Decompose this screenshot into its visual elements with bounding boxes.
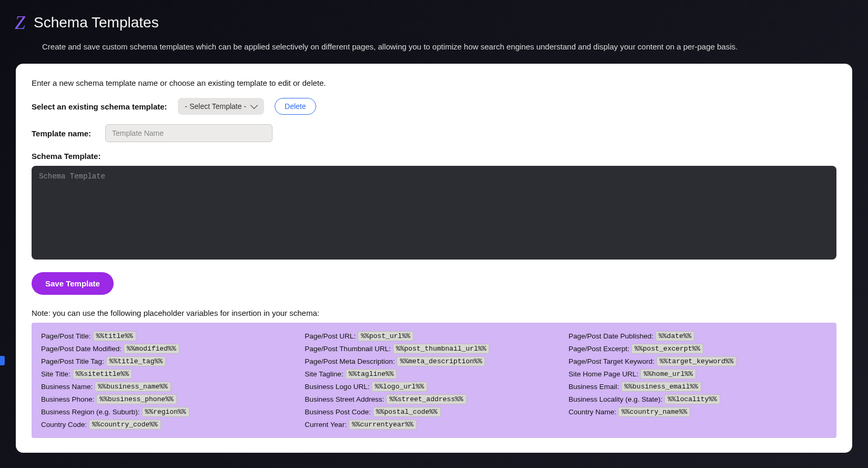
- placeholder-item: Business Email: %%business_email%%: [569, 382, 827, 392]
- placeholder-label: Page/Post Target Keyword:: [569, 357, 654, 365]
- placeholder-code[interactable]: %%locality%%: [664, 394, 720, 404]
- placeholder-item: Country Code: %%country_code%%: [41, 420, 299, 430]
- select-template-row: Select an existing schema template: - Se…: [32, 98, 836, 115]
- chevron-down-icon: [250, 102, 258, 109]
- delete-button[interactable]: Delete: [275, 98, 316, 115]
- page-subtitle: Create and save custom schema templates …: [0, 39, 868, 62]
- placeholder-code[interactable]: %%currentyear%%: [349, 420, 417, 430]
- placeholder-label: Business Street Address:: [305, 395, 384, 403]
- placeholder-item: Site Tagline: %%tagline%%: [305, 369, 563, 379]
- placeholder-code[interactable]: %%post_url%%: [358, 331, 413, 341]
- placeholder-code[interactable]: %%post_thumbnail_url%%: [393, 344, 490, 354]
- placeholder-code[interactable]: %%meta_description%%: [397, 356, 485, 366]
- placeholder-item: Business Name: %%business_name%%: [41, 382, 299, 392]
- instruction-text: Enter a new schema template name or choo…: [32, 78, 836, 87]
- placeholder-item: Business Region (e.g. Suburb): %%region%…: [41, 407, 299, 417]
- placeholder-code[interactable]: %%country_name%%: [618, 407, 690, 417]
- placeholder-item: Business Logo URL: %%logo_url%%: [305, 382, 563, 392]
- placeholder-label: Business Name:: [41, 383, 93, 391]
- placeholder-note: Note: you can use the following placehol…: [32, 308, 836, 317]
- save-template-button[interactable]: Save Template: [32, 272, 114, 295]
- placeholder-variables-panel: Page/Post Title: %%title%%Page/Post URL:…: [32, 323, 836, 438]
- placeholder-label: Page/Post Meta Description:: [305, 357, 395, 365]
- placeholder-label: Current Year:: [305, 421, 347, 429]
- placeholder-label: Page/Post Title Tag:: [41, 357, 104, 365]
- template-name-row: Template name:: [32, 124, 836, 142]
- placeholder-code[interactable]: %%business_phone%%: [96, 394, 176, 404]
- placeholder-code[interactable]: %%title%%: [93, 331, 136, 341]
- placeholder-code[interactable]: %%tagline%%: [346, 369, 397, 379]
- placeholder-item: Page/Post Date Modified: %%modified%%: [41, 344, 299, 354]
- placeholder-label: Country Name:: [569, 408, 617, 416]
- placeholder-label: Page/Post Thumbnail URL:: [305, 345, 390, 353]
- placeholder-code[interactable]: %%country_code%%: [89, 420, 161, 430]
- schema-template-label: Schema Template:: [32, 152, 836, 161]
- placeholder-item: Site Home Page URL: %%home_url%%: [569, 369, 827, 379]
- placeholder-label: Page/Post Date Published:: [569, 332, 653, 340]
- placeholder-label: Business Locality (e.g. State):: [569, 395, 663, 403]
- placeholder-code[interactable]: %%sitetitle%%: [73, 369, 132, 379]
- select-template-dropdown[interactable]: - Select Template -: [178, 98, 264, 115]
- placeholder-label: Site Title:: [41, 370, 70, 378]
- placeholder-code[interactable]: %%post_excerpt%%: [631, 344, 703, 354]
- left-accent-bar: [0, 356, 5, 365]
- placeholder-item: Business Phone: %%business_phone%%: [41, 394, 299, 404]
- template-name-label: Template name:: [32, 129, 95, 138]
- placeholder-label: Site Tagline:: [305, 370, 343, 378]
- logo-icon: Z: [15, 12, 25, 34]
- template-name-input[interactable]: [105, 124, 272, 142]
- placeholder-label: Business Phone:: [41, 395, 94, 403]
- placeholder-item: Page/Post Target Keyword: %%target_keywo…: [569, 356, 827, 366]
- placeholder-item: [569, 420, 827, 430]
- placeholder-item: Page/Post Title Tag: %%title_tag%%: [41, 356, 299, 366]
- placeholder-label: Business Post Code:: [305, 408, 370, 416]
- placeholder-item: Page/Post Meta Description: %%meta_descr…: [305, 356, 563, 366]
- placeholder-label: Business Logo URL:: [305, 383, 369, 391]
- placeholder-label: Business Region (e.g. Suburb):: [41, 408, 140, 416]
- placeholder-label: Country Code:: [41, 421, 87, 429]
- placeholder-item: Page/Post Title: %%title%%: [41, 331, 299, 341]
- placeholder-code[interactable]: %%target_keyword%%: [657, 356, 736, 366]
- placeholder-item: Page/Post Thumbnail URL: %%post_thumbnai…: [305, 344, 563, 354]
- placeholder-item: Business Locality (e.g. State): %%locali…: [569, 394, 827, 404]
- placeholder-code[interactable]: %%region%%: [142, 407, 189, 417]
- placeholder-code[interactable]: %%title_tag%%: [106, 356, 166, 366]
- select-template-label: Select an existing schema template:: [32, 102, 167, 111]
- placeholder-label: Page/Post URL:: [305, 332, 356, 340]
- placeholder-item: Country Name: %%country_name%%: [569, 407, 827, 417]
- placeholder-label: Page/Post Title:: [41, 332, 91, 340]
- placeholder-code[interactable]: %%postal_code%%: [373, 407, 441, 417]
- placeholder-item: Current Year: %%currentyear%%: [305, 420, 563, 430]
- main-panel: Enter a new schema template name or choo…: [16, 64, 852, 453]
- placeholder-item: Page/Post URL: %%post_url%%: [305, 331, 563, 341]
- placeholder-label: Business Email:: [569, 383, 619, 391]
- placeholder-code[interactable]: %%street_address%%: [386, 394, 466, 404]
- placeholder-code[interactable]: %%home_url%%: [640, 369, 696, 379]
- placeholder-code[interactable]: %%modified%%: [124, 344, 179, 354]
- placeholder-code[interactable]: %%logo_url%%: [371, 382, 427, 392]
- placeholder-code[interactable]: %%business_email%%: [621, 382, 701, 392]
- placeholder-item: Business Street Address: %%street_addres…: [305, 394, 563, 404]
- placeholder-item: Page/Post Date Published: %%date%%: [569, 331, 827, 341]
- placeholder-label: Site Home Page URL:: [569, 370, 639, 378]
- placeholder-item: Page/Post Excerpt: %%post_excerpt%%: [569, 344, 827, 354]
- page-title: Schema Templates: [34, 14, 159, 31]
- placeholder-item: Site Title: %%sitetitle%%: [41, 369, 299, 379]
- schema-template-textarea[interactable]: [32, 166, 836, 260]
- placeholder-label: Page/Post Excerpt:: [569, 345, 630, 353]
- placeholder-code[interactable]: %%business_name%%: [95, 382, 171, 392]
- select-template-value: - Select Template -: [185, 102, 246, 111]
- page-header: Z Schema Templates: [0, 0, 868, 39]
- placeholder-item: Business Post Code: %%postal_code%%: [305, 407, 563, 417]
- placeholder-label: Page/Post Date Modified:: [41, 345, 122, 353]
- placeholder-code[interactable]: %%date%%: [655, 331, 694, 341]
